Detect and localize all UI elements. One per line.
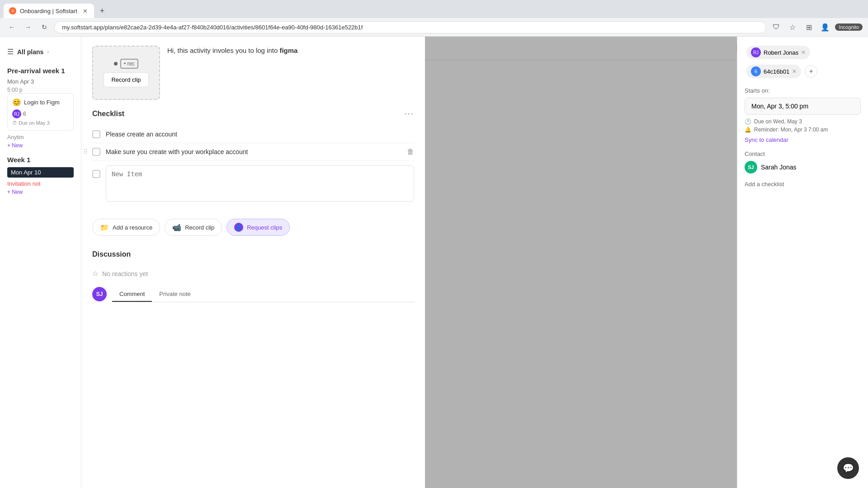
new-item-row: [92, 161, 414, 206]
add-checklist-button[interactable]: Add a checklist: [745, 181, 861, 188]
new-item-checkbox[interactable]: [92, 170, 100, 178]
activity-modal: • rec Record clip Hi, this activity invo…: [81, 37, 425, 488]
video-section: • rec Record clip Hi, this activity invo…: [92, 46, 414, 100]
starts-on-label: Starts on:: [745, 87, 861, 94]
plan-content: Pre-arrival week 1 Mon Apr 3 5:00 p 😊 Lo…: [0, 60, 81, 202]
rj-avatar-small: RJ: [12, 109, 21, 118]
request-clips-button[interactable]: 👤 Request clips: [226, 219, 290, 236]
active-tab[interactable]: S Onboarding | Softstart ✕: [4, 4, 94, 18]
due-label: Due on Wed, May 3: [754, 118, 802, 125]
url-text: my.softstart.app/plans/e82cae2a-2d39-4e4…: [62, 24, 363, 31]
tab-bar: S Onboarding | Softstart ✕ +: [0, 0, 868, 18]
clock-icon: 🕐: [745, 118, 751, 125]
assignee-chip-6: 6 64c16b01 ✕: [746, 65, 801, 78]
video-thumbnail: • rec Record clip: [92, 46, 160, 100]
contact-label: Contact: [745, 150, 861, 157]
private-note-tab[interactable]: Private note: [152, 287, 198, 302]
tab-title: Onboarding | Softstart: [20, 8, 77, 14]
starts-on-section: Starts on: Mon, Apr 3, 5:00 pm 🕐 Due on …: [745, 87, 861, 143]
checklist-header: Checklist ···: [92, 109, 414, 118]
checklist-section: Checklist ··· ⠿ Please create an account…: [81, 109, 425, 213]
no-reactions-text: No reactions yet: [102, 270, 148, 277]
due-date-detail: 🕐 Due on Wed, May 3: [745, 118, 861, 125]
comment-input-area: Comment Private note: [112, 287, 414, 305]
comment-tab[interactable]: Comment: [112, 287, 152, 302]
assignee-name-rj: Robert Jonas: [764, 49, 798, 56]
pre-arrival-week-label: Pre-arrival week 1: [7, 67, 74, 75]
login-figma-title: Login to Figm: [24, 99, 60, 106]
star-icon[interactable]: ☆: [786, 21, 799, 33]
assignee-id-6: 64c16b01: [764, 68, 789, 75]
checklist-checkbox-1[interactable]: [92, 130, 100, 138]
sidebar-all-plans[interactable]: All plans: [17, 48, 43, 56]
reminder-label: Reminder: Mon, Apr 3 7:00 am: [754, 127, 828, 133]
record-clip-button[interactable]: 📹 Record clip: [165, 219, 222, 236]
checklist-item-text-2: Make sure you create with your workplace…: [106, 148, 401, 155]
left-sidebar: ☰ All plans › Pre-arrival week 1 Mon Apr…: [0, 37, 81, 488]
record-clip-button-thumb[interactable]: Record clip: [104, 72, 148, 87]
modal-top-section: • rec Record clip Hi, this activity invo…: [81, 37, 425, 109]
checklist-title: Checklist: [92, 110, 124, 118]
new-btn-2[interactable]: + New: [7, 189, 74, 195]
profile-icon[interactable]: 👤: [819, 21, 831, 33]
new-item-input[interactable]: [106, 165, 414, 202]
invitation-not-label: Invitation not: [7, 180, 74, 187]
address-bar[interactable]: my.softstart.app/plans/e82cae2a-2d39-4e4…: [54, 21, 766, 33]
forward-button[interactable]: →: [22, 21, 34, 33]
add-resource-button[interactable]: 📁 Add a resource: [92, 219, 160, 236]
mon-apr10-label: Mon Apr 10: [11, 169, 41, 176]
checklist-more-button[interactable]: ···: [405, 109, 414, 118]
main-content: 👤 Share ▷ Preview ⋮ +: [81, 37, 868, 488]
sync-to-calendar-link[interactable]: Sync to calendar: [745, 136, 861, 143]
checklist-checkbox-2[interactable]: [92, 148, 100, 156]
commenter-avatar: SJ: [92, 287, 107, 301]
checklist-item-text-1: Please create an account: [106, 131, 414, 138]
week1-label: Week 1: [7, 156, 74, 164]
browser-nav: ← → ↻ my.softstart.app/plans/e82cae2a-2d…: [0, 18, 868, 37]
contact-item: SJ Sarah Jonas: [745, 161, 861, 174]
checklist-item: ⠿ Please create an account: [92, 126, 414, 143]
new-tab-button[interactable]: +: [96, 5, 108, 17]
assignee-section: RJ Robert Jonas ✕ 6 64c16b01 ✕ +: [745, 44, 861, 80]
chat-button[interactable]: 💬: [837, 457, 859, 479]
rec-dot: [114, 62, 118, 66]
back-button[interactable]: ←: [5, 21, 18, 33]
assignee-chip-rj: RJ Robert Jonas ✕: [746, 46, 810, 59]
discussion-title: Discussion: [92, 250, 414, 258]
time-label: 5:00 p: [7, 87, 74, 93]
activity-description-area: Hi, this activity involes you to log int…: [167, 46, 414, 100]
browser-chrome: S Onboarding | Softstart ✕ + ← → ↻ my.so…: [0, 0, 868, 37]
start-date-box: Mon, Apr 3, 5:00 pm: [745, 98, 861, 115]
tab-grid-icon[interactable]: ⊞: [802, 21, 815, 33]
refresh-button[interactable]: ↻: [38, 21, 51, 33]
discussion-section: Discussion ☆ No reactions yet SJ Comment…: [81, 243, 425, 318]
anytime-label: Anytim: [7, 134, 74, 141]
tab-favicon: S: [9, 7, 16, 14]
due-may3: ⏱ Due on May 3: [12, 120, 69, 126]
folder-icon: 📁: [100, 223, 109, 232]
reminder-detail: 🔔 Reminder: Mon, Apr 3 7:00 am: [745, 127, 861, 133]
rec-label: • rec: [120, 59, 138, 69]
rec-display: • rec: [114, 59, 138, 69]
contact-avatar: SJ: [745, 161, 757, 174]
delete-item-button[interactable]: 🗑: [407, 148, 414, 156]
close-tab-button[interactable]: ✕: [81, 7, 89, 14]
remove-assignee-6[interactable]: ✕: [792, 68, 797, 75]
hamburger-icon: ☰: [7, 47, 14, 56]
new-btn-1[interactable]: + New: [7, 142, 74, 149]
mon-apr3-label: Mon Apr 3: [7, 78, 34, 85]
sidebar-header[interactable]: ☰ All plans ›: [0, 44, 81, 60]
assignee-avatar-rj: RJ: [751, 47, 761, 57]
checklist-item-2: ⠿ Make sure you create with your workpla…: [92, 143, 414, 161]
remove-assignee-rj[interactable]: ✕: [801, 49, 806, 56]
mon-apr10-row: Mon Apr 10: [7, 167, 74, 178]
login-figma-card[interactable]: 😊 Login to Figm RJ 6 ⏱ Due on May 3: [7, 93, 74, 131]
mon-apr3-row: Mon Apr 3: [7, 78, 74, 85]
activity-description: Hi, this activity involes you to log int…: [167, 46, 414, 56]
drag-handle-icon-2: ⠿: [83, 148, 88, 155]
add-assignee-button[interactable]: +: [805, 65, 817, 78]
breadcrumb-arrow: ›: [47, 49, 49, 55]
incognito-badge: Incognito: [835, 23, 863, 31]
figma-icon: 😊: [12, 98, 21, 107]
app-container: ☰ All plans › Pre-arrival week 1 Mon Apr…: [0, 37, 868, 488]
